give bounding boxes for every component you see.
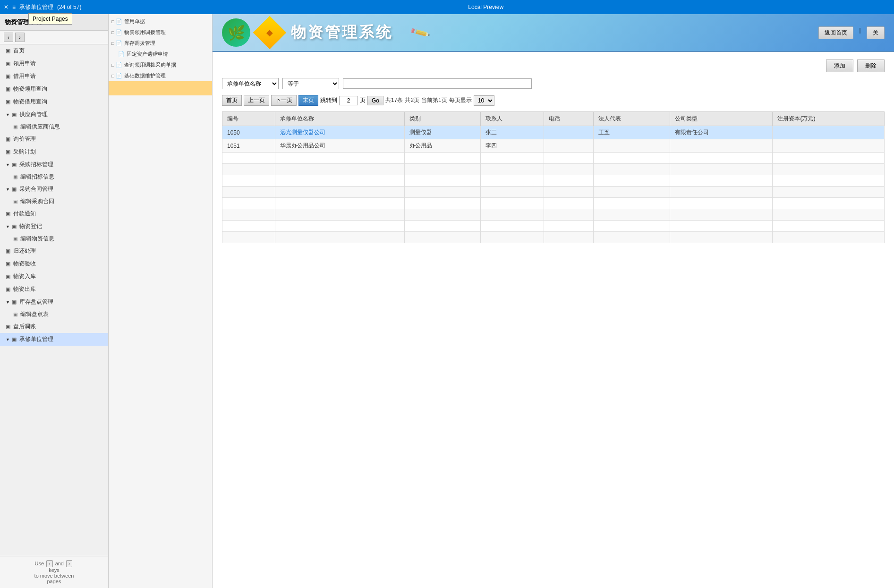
go-btn[interactable]: Go [367, 96, 383, 105]
cell-legal-rep [594, 139, 670, 153]
sidebar-item-purchase-plan[interactable]: ▣ 采购计划 [0, 145, 108, 158]
preview-title: Local Preview [468, 4, 503, 10]
close-icon[interactable]: ✕ [4, 4, 9, 10]
tree-item-inventory-transfer[interactable]: □ 📄 库存调拨管理 [109, 38, 212, 49]
file-icon: 📄 [116, 40, 122, 46]
sidebar-item-home[interactable]: ▣ 首页 [0, 44, 108, 57]
toolbar: 添加 删除 [222, 60, 885, 72]
sidebar-item-requisition[interactable]: ▣ 领用申请 [0, 57, 108, 70]
col-header-legal-rep: 法人代表 [594, 112, 670, 126]
sidebar-scroll: ▣ 首页 ▣ 领用申请 ▣ 借用申请 ▣ 物资领用查询 ▣ 物资借用查询 ▼ [0, 44, 108, 556]
sidebar-item-bid-mgmt[interactable]: ▼ ▣ 采购招标管理 [0, 158, 108, 171]
add-btn[interactable]: 添加 [826, 60, 853, 72]
next-key-icon: › [66, 560, 72, 567]
doc-icon: ▣ [6, 60, 10, 67]
per-page-label: 每页显示 [449, 96, 472, 104]
sidebar-item-edit-inventory[interactable]: ▣ 编辑盘点表 [0, 308, 108, 320]
cell-contact: 张三 [481, 126, 544, 139]
prev-page-btn[interactable]: 上一页 [244, 95, 269, 106]
tree-item-highlighted[interactable] [109, 81, 212, 95]
nav-prev-btn[interactable]: ‹ [4, 33, 13, 42]
sidebar-item-label: 物资登记 [19, 222, 42, 230]
col-header-capital: 注册资本(万元) [773, 112, 885, 126]
banner-close-btn[interactable]: 关 [867, 26, 885, 39]
sidebar-item-label: 采购合同管理 [19, 185, 53, 193]
col-header-contact: 联系人 [481, 112, 544, 126]
banner-separator: ｜ [857, 26, 863, 39]
last-page-btn[interactable]: 末页 [298, 95, 318, 106]
sidebar-item-return-process[interactable]: ▣ 归还处理 [0, 245, 108, 257]
sidebar-item-label: 物资领用查询 [13, 85, 47, 93]
sidebar-item-label: 付款通知 [13, 210, 36, 218]
sidebar-item-goods-out[interactable]: ▣ 物资出库 [0, 283, 108, 296]
cell-phone [544, 139, 593, 153]
sidebar-item-label: 编辑招标信息 [20, 173, 54, 181]
page-unit: 页 [360, 96, 366, 104]
cell-id: 1051 [222, 139, 275, 153]
nav-next-btn[interactable]: › [15, 33, 25, 42]
cell-capital [773, 139, 885, 153]
sidebar-item-edit-supplier[interactable]: ▣ 编辑供应商信息 [0, 121, 108, 133]
sidebar-item-post-adjust[interactable]: ▣ 盘后调账 [0, 320, 108, 333]
data-table: 编号 承修单位名称 类别 联系人 电话 法人代表 公司类型 注册资本(万元) [222, 111, 885, 243]
tree-item-query-goods[interactable]: □ 📄 查询领用调拨采购单据 [109, 60, 212, 70]
sidebar-item-edit-contract[interactable]: ▣ 编辑采购合同 [0, 196, 108, 207]
doc-icon: ▣ [6, 48, 10, 54]
sidebar-item-contractor-mgmt[interactable]: ▼ ▣ 承修单位管理 [0, 333, 108, 346]
doc-icon: ▣ [6, 324, 10, 330]
title-bar: ✕ ≡ 承修单位管理 (24 of 57) Local Preview [0, 0, 894, 14]
search-field-select[interactable]: 承修单位名称 [222, 78, 279, 89]
col-header-name: 承修单位名称 [275, 112, 404, 126]
sidebar-item-query-borrow[interactable]: ▣ 物资借用查询 [0, 95, 108, 108]
next-page-btn[interactable]: 下一页 [271, 95, 297, 106]
sidebar-item-price-query[interactable]: ▣ 询价管理 [0, 133, 108, 145]
caret-down-icon: ▼ [6, 162, 10, 167]
table-row[interactable]: 1050 远光测量仪器公司 测量仪器 张三 王五 有限责任公司 [222, 126, 885, 139]
sidebar-item-label: 盘后调账 [13, 323, 36, 331]
sidebar-item-label: 编辑供应商信息 [20, 123, 60, 131]
sidebar-item-goods-in[interactable]: ▣ 物资入库 [0, 270, 108, 283]
search-input[interactable] [343, 78, 532, 89]
per-page-select[interactable]: 10 20 50 [474, 95, 494, 106]
page-jump-input[interactable]: 2 [339, 96, 358, 105]
tree-item-label: 查询领用调拨采购单据 [124, 61, 176, 68]
delete-btn[interactable]: 删除 [857, 60, 885, 72]
sidebar-item-edit-bid[interactable]: ▣ 编辑招标信息 [0, 171, 108, 183]
file-icon: 📄 [118, 51, 125, 57]
middle-panel: □ 📄 管用单据 □ 📄 物资领用调拨管理 □ 📄 库存调拨管理 📄 固定资产遗… [109, 14, 213, 588]
tree-expand-icon: □ [111, 74, 114, 78]
sidebar-item-label: 物资借用查询 [13, 98, 47, 106]
table-row-empty [222, 232, 885, 243]
sidebar-item-edit-goods[interactable]: ▣ 编辑物资信息 [0, 233, 108, 245]
doc-icon: ▣ [6, 248, 10, 254]
cell-company-type [670, 139, 773, 153]
sidebar-item-contract-mgmt[interactable]: ▼ ▣ 采购合同管理 [0, 183, 108, 196]
doc-icon: ▣ [6, 261, 10, 267]
banner: 🌿 ◆ 物资管理系统 ✏️ 返回首页 ｜ 关 [213, 14, 894, 52]
tree-item-user-order[interactable]: □ 📄 管用单据 [109, 16, 212, 27]
doc-icon: ▣ [6, 286, 10, 292]
menu-icon[interactable]: ≡ [12, 4, 16, 10]
sidebar-item-label: 归还处理 [13, 247, 36, 255]
table-row-empty [222, 187, 885, 198]
sidebar-item-inventory-mgmt[interactable]: ▼ ▣ 库存盘点管理 [0, 296, 108, 308]
tree-item-basic-mgmt[interactable]: □ 📄 基础数据维护管理 [109, 70, 212, 81]
cell-capital [773, 126, 885, 139]
tree-item-goods-transfer[interactable]: □ 📄 物资领用调拨管理 [109, 27, 212, 38]
sidebar-item-supplier-mgmt[interactable]: ▼ ▣ 供应商管理 [0, 108, 108, 121]
col-header-category: 类别 [404, 112, 481, 126]
tree-item-label: 物资领用调拨管理 [124, 29, 166, 36]
sidebar-item-query-requisition[interactable]: ▣ 物资领用查询 [0, 83, 108, 95]
company-link[interactable]: 远光测量仪器公司 [280, 129, 325, 136]
sidebar-item-goods-check[interactable]: ▣ 物资验收 [0, 257, 108, 270]
sidebar-item-payment-notice[interactable]: ▣ 付款通知 [0, 207, 108, 220]
return-home-btn[interactable]: 返回首页 [818, 26, 853, 39]
search-condition-select[interactable]: 等于 [282, 78, 339, 89]
tree-expand-icon: □ [111, 30, 114, 35]
tree-item-fixed-asset[interactable]: 📄 固定资产遗赠申请 [109, 49, 212, 60]
sidebar-item-goods-register[interactable]: ▼ ▣ 物资登记 [0, 220, 108, 233]
sidebar-item-borrow[interactable]: ▣ 借用申请 [0, 70, 108, 83]
first-page-btn[interactable]: 首页 [222, 95, 242, 106]
tree-expand-icon: □ [111, 41, 114, 46]
table-row[interactable]: 1051 华晨办公用品公司 办公用品 李四 [222, 139, 885, 153]
